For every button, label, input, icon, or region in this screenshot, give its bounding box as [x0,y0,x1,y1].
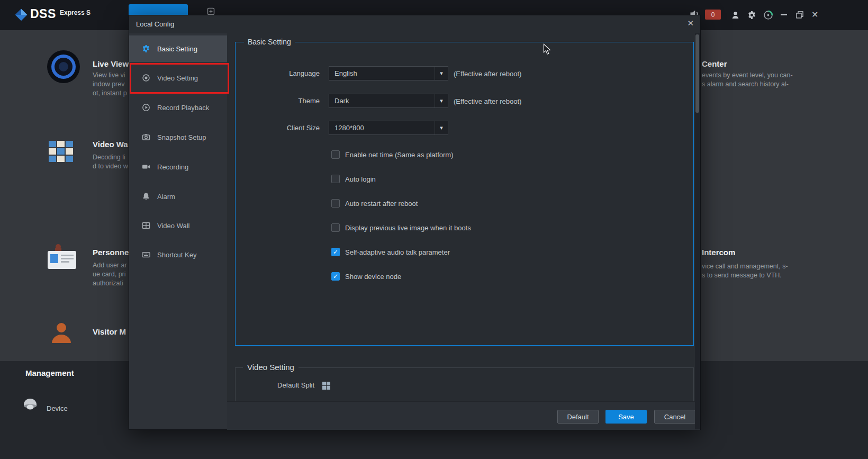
sidebar-item-alarm[interactable]: Alarm [129,183,227,210]
personnel-desc-line: Add user ar [93,262,127,269]
restore-window-icon[interactable] [796,11,803,19]
checkbox-enable-net-time[interactable]: ✓ [331,150,340,159]
video-setting-legend: Video Setting [243,363,299,372]
personnel-icon[interactable] [46,244,78,271]
split-grid-icon[interactable] [322,382,330,390]
chevron-down-icon: ▾ [435,94,448,107]
mouse-cursor [543,43,552,56]
theme-note: (Effective after reboot) [454,97,521,105]
sidebar-item-label: Basic Setting [157,45,197,53]
user-icon[interactable] [731,11,740,20]
checkbox-enable-net-time-label: Enable net time (Same as platform) [345,151,453,159]
dialog-scrollbar-track[interactable] [695,33,700,429]
sidebar-item-label: Alarm [157,193,175,201]
client-size-value: 1280*800 [334,124,364,132]
language-label: Language [235,69,320,77]
sidebar-item-label: Recording [157,163,188,171]
video-camera-icon [142,163,150,171]
keyboard-icon [142,250,150,259]
chevron-down-icon: ▾ [435,67,448,80]
checkbox-auto-login[interactable]: ✓ [331,175,340,183]
video-wall-icon[interactable] [49,141,74,163]
check-icon: ✓ [333,249,338,255]
play-circle-icon [142,103,150,112]
sidebar-item-shortcut-key[interactable]: Shortcut Key [129,241,227,268]
settings-gear-icon[interactable] [747,11,756,20]
brand-suffix-text: Express S [60,9,91,16]
intercom-desc-line: s to send message to VTH. [702,272,782,279]
checkbox-auto-login-label: Auto login [345,175,376,183]
sidebar-item-recording[interactable]: Recording [129,154,227,180]
sidebar-item-snapshot-setup[interactable]: Snapshot Setup [129,124,227,150]
personnel-desc-line: authorizati [93,280,123,287]
language-value: English [334,69,357,77]
dialog-title: Local Config [136,20,174,28]
gear-icon [142,44,150,53]
dialog-close-icon[interactable]: ✕ [687,19,694,28]
visitor-title[interactable]: Visitor M [93,327,126,336]
checkbox-show-device-node-label: Show device node [345,273,401,281]
event-center-title[interactable]: Center [702,59,727,68]
client-size-dropdown[interactable]: 1280*800 ▾ [329,121,448,135]
language-dropdown[interactable]: English ▾ [329,66,448,80]
personnel-title[interactable]: Personne [93,248,129,257]
personnel-desc-line: ue card, pri [93,271,126,278]
default-button[interactable]: Default [557,410,599,424]
intercom-title[interactable]: Intercom [702,248,735,257]
visitor-icon[interactable] [51,323,74,343]
grid-icon [142,221,150,230]
checkbox-auto-restart[interactable]: ✓ [331,199,340,208]
save-button[interactable]: Save [605,410,647,424]
theme-dropdown[interactable]: Dark ▾ [329,94,448,108]
sidebar-item-basic-setting[interactable]: Basic Setting [129,35,227,62]
network-status-icon[interactable] [763,10,773,20]
device-dome-camera-icon[interactable] [22,398,38,412]
app-logo-diamond-icon [14,7,29,22]
management-section-title: Management [25,368,74,377]
video-wall-desc-line: Decoding li [93,154,125,161]
event-center-desc-line: events by event level, you can- [702,71,793,79]
dialog-titlebar: Local Config ✕ [129,15,700,34]
checkbox-self-adaptive-audio[interactable]: ✓ [331,248,340,256]
tab-add-icon[interactable] [207,7,215,15]
basic-setting-legend: Basic Setting [244,38,295,46]
sidebar-item-video-wall[interactable]: Video Wall [129,212,227,239]
dialog-content: Basic Setting Language English ▾ (Effect… [227,33,700,429]
photo-camera-icon [142,133,150,141]
checkbox-show-device-node[interactable]: ✓ [331,272,340,281]
theme-value: Dark [334,97,349,105]
sidebar-item-label: Record Playback [157,104,209,112]
checkbox-display-previous-live[interactable]: ✓ [331,223,340,232]
live-view-title[interactable]: Live View [93,59,129,68]
live-view-desc-line: ot, instant p [93,89,127,97]
checkbox-auto-restart-label: Auto restart after reboot [345,200,418,208]
check-icon: ✓ [333,273,338,280]
brand-text: DSS [30,7,56,21]
theme-label: Theme [235,97,320,105]
dialog-scrollbar-thumb[interactable] [695,34,699,113]
video-wall-title[interactable]: Video Wa [93,140,128,149]
chevron-down-icon: ▾ [435,121,448,134]
close-window-icon[interactable]: ✕ [811,10,818,20]
basic-setting-groupbox [235,42,694,346]
alarm-count-badge[interactable]: 0 [705,10,721,20]
live-view-desc-line: indow prev [93,80,124,88]
intercom-desc-line: vice call and management, s- [702,263,788,270]
device-label[interactable]: Device [47,404,68,412]
checkbox-display-previous-live-label: Display previous live image when it boot… [345,224,471,232]
default-split-label: Default Split [277,381,314,389]
minimize-icon[interactable] [781,14,787,15]
sidebar-item-label: Snapshot Setup [157,133,206,141]
video-wall-desc-line: d to video w [93,163,128,170]
client-size-label: Client Size [235,124,320,132]
dialog-footer: Default Save Cancel [227,401,700,430]
bell-icon [142,192,150,201]
live-view-desc-line: View live vi [93,71,125,79]
sidebar-item-record-playback[interactable]: Record Playback [129,94,227,121]
live-view-icon[interactable] [47,50,80,84]
checkbox-self-adaptive-audio-label: Self-adaptive audio talk parameter [345,248,450,256]
event-center-desc-line: s alarm and search history al- [702,80,789,88]
language-note: (Effective after reboot) [454,70,521,78]
cancel-button[interactable]: Cancel [654,410,695,424]
sidebar-item-label: Video Wall [157,222,189,230]
